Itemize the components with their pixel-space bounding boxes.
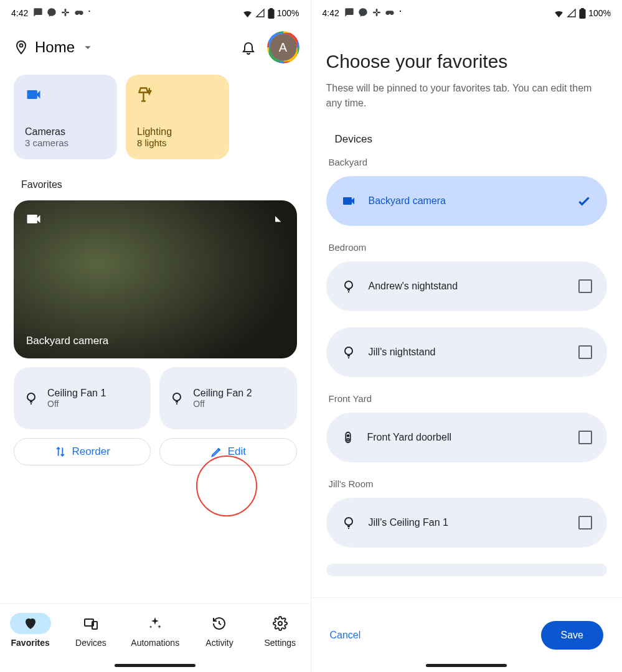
cameras-tile[interactable]: Cameras 3 cameras xyxy=(14,75,117,159)
svg-rect-14 xyxy=(375,9,377,12)
slack-icon xyxy=(60,7,70,17)
bottom-nav: Favorites Devices Automations Activity S… xyxy=(0,604,311,672)
bulb-icon xyxy=(341,279,356,294)
svg-point-23 xyxy=(345,518,352,525)
heart-icon xyxy=(23,616,38,631)
camera-icon xyxy=(25,86,106,103)
device-andrews-nightstand[interactable]: Andrew's nightstand xyxy=(326,261,608,311)
cancel-button[interactable]: Cancel xyxy=(330,630,361,641)
device-partial-row[interactable] xyxy=(326,564,608,576)
controller-icon xyxy=(74,7,84,17)
room-backyard: Backyard xyxy=(329,157,608,167)
checkbox[interactable] xyxy=(578,279,592,293)
controller-icon xyxy=(385,7,395,17)
device-jills-ceiling-fan-1[interactable]: Jill's Ceiling Fan 1 xyxy=(326,498,608,548)
svg-point-6 xyxy=(20,44,23,47)
device-jills-nightstand[interactable]: Jill's nightstand xyxy=(326,327,608,377)
svg-rect-4 xyxy=(268,9,274,18)
checkbox[interactable] xyxy=(578,516,592,530)
location-pin-icon xyxy=(14,40,29,55)
svg-rect-5 xyxy=(270,8,273,10)
bulb-icon xyxy=(24,391,39,406)
device-frontyard-doorbell[interactable]: Front Yard doorbell xyxy=(326,413,608,462)
status-time: 4:42 xyxy=(323,8,339,18)
lighting-title: Lighting xyxy=(137,126,218,138)
messenger-icon xyxy=(47,7,57,17)
camera-icon xyxy=(341,194,356,208)
svg-rect-2 xyxy=(65,9,67,12)
svg-point-22 xyxy=(347,439,349,441)
device-ceiling-fan-2[interactable]: Ceiling Fan 2 Off xyxy=(159,367,296,429)
svg-point-8 xyxy=(173,393,181,401)
status-time: 4:42 xyxy=(11,8,28,18)
edit-label: Edit xyxy=(228,446,246,458)
nav-automations[interactable]: Automations xyxy=(131,613,179,648)
battery-icon xyxy=(579,8,586,19)
cameras-sub: 3 cameras xyxy=(25,138,106,148)
lighting-sub: 8 lights xyxy=(137,138,218,148)
more-dot-icon: · xyxy=(88,5,91,16)
nav-favorites[interactable]: Favorites xyxy=(10,613,51,648)
devices-header: Devices xyxy=(335,133,608,146)
status-bar: 4:42 · 100% xyxy=(311,0,623,22)
battery-icon xyxy=(268,8,275,19)
edit-button[interactable]: Edit xyxy=(159,438,296,465)
reorder-button[interactable]: Reorder xyxy=(14,438,151,465)
nav-activity[interactable]: Activity xyxy=(199,613,240,648)
home-selector[interactable]: Home xyxy=(14,39,95,56)
svg-rect-0 xyxy=(62,11,65,13)
nav-settings[interactable]: Settings xyxy=(260,613,301,648)
gear-icon xyxy=(273,616,288,631)
chat-icon xyxy=(33,7,43,17)
device-label: Jill's Ceiling Fan 1 xyxy=(369,517,567,528)
bulb-icon xyxy=(169,391,184,406)
more-dot-icon: · xyxy=(398,5,402,16)
battery-pct: 100% xyxy=(588,8,611,18)
devices-icon xyxy=(83,616,98,631)
lamp-icon xyxy=(137,86,218,103)
device-label: Backyard camera xyxy=(369,195,564,207)
svg-point-19 xyxy=(345,347,352,355)
reorder-icon xyxy=(54,446,67,458)
avatar[interactable]: A xyxy=(270,34,297,61)
room-frontyard: Front Yard xyxy=(329,393,608,404)
chevron-down-icon xyxy=(81,40,95,54)
bulb-icon xyxy=(341,345,356,360)
status-bar: 4:42 · xyxy=(0,0,311,22)
checkbox[interactable] xyxy=(578,431,592,444)
device-backyard-camera[interactable]: Backyard camera xyxy=(326,176,608,226)
doorbell-icon xyxy=(341,431,355,444)
camera-name: Backyard camera xyxy=(26,335,108,347)
svg-point-18 xyxy=(345,281,352,289)
bell-icon[interactable] xyxy=(241,40,256,55)
room-jillsroom: Jill's Room xyxy=(329,478,608,489)
signal-icon xyxy=(255,8,265,18)
choose-favorites-screen: 4:42 · 100% Choose your favorites These … xyxy=(311,0,623,672)
device-ceiling-fan-1[interactable]: Ceiling Fan 1 Off xyxy=(14,367,151,429)
device-label: Front Yard doorbell xyxy=(367,432,567,443)
svg-point-11 xyxy=(278,622,282,625)
history-icon xyxy=(212,616,227,631)
checkbox[interactable] xyxy=(578,345,592,359)
gesture-bar xyxy=(426,664,507,667)
save-button[interactable]: Save xyxy=(541,621,603,650)
cameras-title: Cameras xyxy=(25,126,106,138)
battery-pct: 100% xyxy=(277,8,299,18)
pencil-icon xyxy=(210,446,223,458)
gesture-bar xyxy=(115,664,196,667)
device-name: Ceiling Fan 2 xyxy=(193,388,252,399)
svg-rect-13 xyxy=(377,11,380,13)
svg-point-7 xyxy=(27,393,35,401)
messenger-icon xyxy=(358,7,368,17)
nav-devices[interactable]: Devices xyxy=(70,613,111,648)
backyard-camera-card[interactable]: ◣ Backyard camera xyxy=(14,200,297,358)
camera-icon xyxy=(25,210,42,228)
footer-bar: Cancel Save xyxy=(311,597,623,672)
device-name: Ceiling Fan 1 xyxy=(47,388,106,399)
page-title: Choose your favorites xyxy=(326,51,608,72)
svg-rect-12 xyxy=(373,11,376,13)
check-icon xyxy=(576,193,592,209)
lighting-tile[interactable]: Lighting 8 lights xyxy=(126,75,229,159)
svg-rect-16 xyxy=(580,9,586,18)
device-state: Off xyxy=(193,399,252,409)
